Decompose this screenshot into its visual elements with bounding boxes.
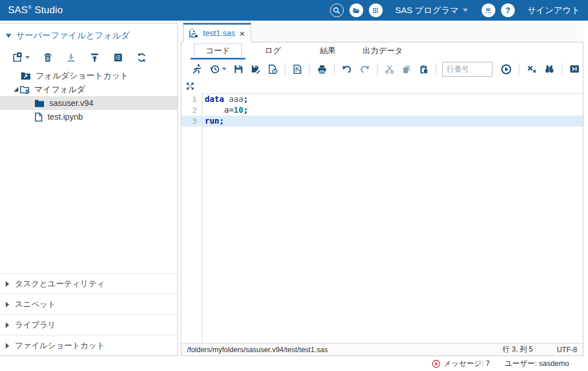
tree-item-label: test.ipynb <box>47 112 83 121</box>
redo-button[interactable] <box>359 64 370 74</box>
section-label: タスクとユーティリティ <box>15 279 105 289</box>
refresh-button[interactable] <box>136 52 147 63</box>
tab-output-data[interactable]: 出力データ <box>355 42 410 60</box>
messages-indicator[interactable]: メッセージ: 7 <box>432 358 490 369</box>
preferences-icon[interactable] <box>482 3 495 17</box>
properties-list-icon <box>113 52 124 63</box>
clear-code-button[interactable] <box>526 64 537 74</box>
section-file-shortcuts[interactable]: ファイルショートカット <box>0 335 177 356</box>
user-label: ユーザー: sasdemo <box>504 358 569 369</box>
save-as-button[interactable] <box>251 64 261 74</box>
toolbar-separator <box>309 64 310 75</box>
perspective-selector[interactable]: SAS プログラマ <box>395 5 468 16</box>
submission-history-button[interactable] <box>209 64 227 74</box>
section-label: ライブラリ <box>15 320 56 330</box>
sas-studio-app: SAS® Studio SAS プログラマ ? <box>0 0 588 371</box>
tab-code[interactable]: コード <box>190 42 245 60</box>
save-icon <box>233 64 244 74</box>
section-libraries[interactable]: ライブラリ <box>0 314 177 335</box>
section-label: ファイルショートカット <box>15 341 105 351</box>
view-tabs: コード ログ 結果 出力データ <box>181 42 583 60</box>
section-tasks-utilities[interactable]: タスクとユーティリティ <box>0 273 177 294</box>
undo-button[interactable] <box>341 64 352 74</box>
chevron-down-icon <box>463 9 468 12</box>
paste-button[interactable] <box>419 64 429 74</box>
server-files-section-header[interactable]: サーバーファイルとフォルダ <box>0 23 177 45</box>
tree-item-sasuser-folder[interactable]: sasuser.v94 <box>0 96 177 110</box>
encoding-label: UTF-8 <box>557 346 577 354</box>
new-icon <box>11 52 23 63</box>
tab-log[interactable]: ログ <box>245 42 300 60</box>
delete-button[interactable] <box>42 52 53 63</box>
goto-line-input[interactable] <box>442 62 492 77</box>
run-button[interactable] <box>192 64 202 74</box>
maximize-view-button[interactable] <box>186 82 194 90</box>
refresh-icon <box>136 52 147 63</box>
toolbar-separator <box>519 64 519 75</box>
chevron-down-icon <box>222 68 227 70</box>
cut-button[interactable] <box>384 64 395 74</box>
code-editor[interactable]: 1 data aaa; 2 a=10; 3 run; <box>181 78 583 343</box>
sas-program-icon <box>189 29 198 38</box>
trash-icon <box>42 52 53 63</box>
tree-item-label: マイフォルダ <box>34 84 85 95</box>
search-icon[interactable] <box>330 3 344 17</box>
tree-item-notebook-file[interactable]: test.ipynb <box>0 110 177 124</box>
program-summary-button[interactable] <box>292 64 303 74</box>
document-tab-test1[interactable]: test1.sas × <box>183 23 251 42</box>
copy-button[interactable] <box>402 64 412 74</box>
sidebar: サーバーファイルとフォルダ <box>0 23 178 356</box>
main-area: test1.sas × コード ログ 結果 出力データ <box>181 23 583 356</box>
section-snippets[interactable]: スニペット <box>0 294 177 314</box>
sidebar-spacer <box>0 124 177 273</box>
code-line-3-active[interactable]: 3 run; <box>181 116 583 127</box>
code-text: run; <box>202 116 224 127</box>
preview-code-button[interactable] <box>268 64 278 74</box>
toolbar-separator <box>562 64 562 75</box>
app-statusbar: メッセージ: 7 ユーザー: sasdemo <box>0 356 588 371</box>
save-button[interactable] <box>233 64 244 74</box>
print-button[interactable] <box>317 64 327 74</box>
files-toolbar <box>0 45 177 69</box>
code-line-2[interactable]: 2 a=10; <box>181 105 583 116</box>
code-line-1[interactable]: 1 data aaa; <box>181 94 583 105</box>
server-files-title: サーバーファイルとフォルダ <box>16 30 130 41</box>
editor-toolbar <box>181 60 583 78</box>
go-circle-play-icon <box>500 64 512 75</box>
tree-item-my-folder[interactable]: マイフォルダ <box>0 82 177 96</box>
download-icon <box>66 52 77 63</box>
expand-triangle-icon <box>6 343 9 349</box>
history-clock-icon <box>209 64 220 74</box>
toolbar-separator <box>285 64 285 75</box>
goto-line-button[interactable] <box>500 64 512 75</box>
indent-button[interactable] <box>569 64 580 74</box>
perspective-label: SAS プログラマ <box>395 5 459 16</box>
help-icon[interactable]: ? <box>501 3 515 17</box>
tree-item-label: フォルダショートカット <box>35 70 129 81</box>
tree-expanded-caret-icon[interactable] <box>14 87 19 92</box>
toolbar-separator <box>334 64 335 75</box>
open-folder-icon[interactable] <box>349 3 363 17</box>
download-button[interactable] <box>66 52 77 63</box>
properties-button[interactable] <box>113 52 124 63</box>
signout-button[interactable]: サインアウト <box>527 5 580 16</box>
expand-triangle-icon <box>6 281 9 287</box>
code-text: data aaa; <box>202 94 248 105</box>
close-tab-icon[interactable]: × <box>240 29 245 38</box>
file-clock-icon <box>268 64 278 74</box>
new-item-button[interactable] <box>11 52 30 63</box>
tab-results[interactable]: 結果 <box>300 42 355 60</box>
file-path: /folders/myfolders/sasuser.v94/test/test… <box>187 346 503 354</box>
indent-icon <box>569 64 580 74</box>
collapse-triangle-icon <box>6 34 11 38</box>
apps-grid-icon[interactable] <box>369 3 383 17</box>
upload-icon <box>89 52 100 63</box>
tree-item-folder-shortcuts[interactable]: フォルダショートカット <box>0 69 177 82</box>
line-number: 2 <box>181 105 202 116</box>
error-circle-icon <box>432 360 440 368</box>
upload-button[interactable] <box>89 52 100 63</box>
document-tabstrip: test1.sas × <box>181 23 583 42</box>
find-replace-button[interactable] <box>544 64 555 74</box>
save-as-icon <box>251 64 261 74</box>
app-header: SAS® Studio SAS プログラマ ? <box>0 0 588 21</box>
